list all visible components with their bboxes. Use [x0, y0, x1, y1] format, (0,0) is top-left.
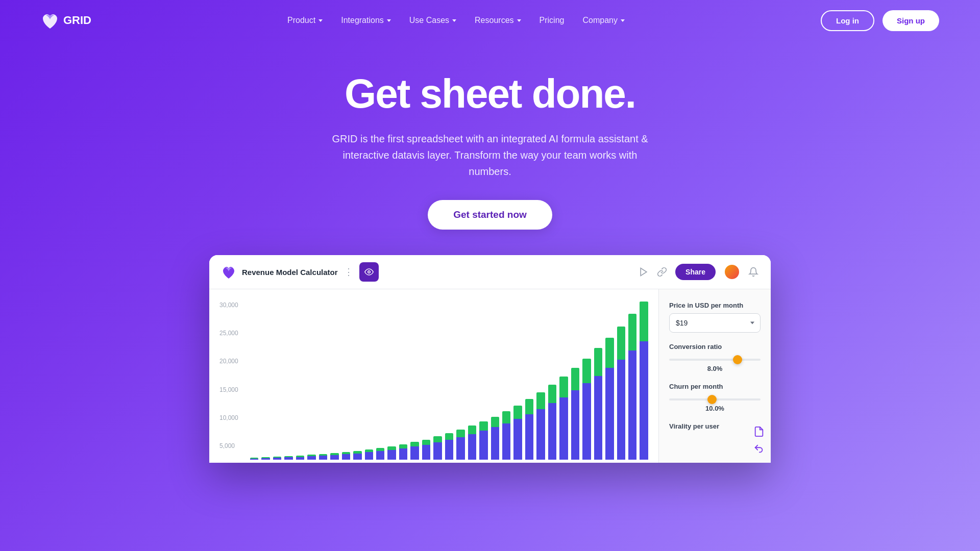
bar-group	[376, 302, 384, 460]
churn-section: Churn per month 10.0%	[669, 383, 761, 412]
nav-item-company[interactable]: Company	[582, 16, 624, 25]
bar-green	[513, 406, 522, 419]
chevron-down-icon	[318, 19, 323, 22]
bar-stack	[250, 458, 258, 460]
share-button[interactable]: Share	[675, 264, 716, 280]
nav-item-integrations[interactable]: Integrations	[341, 16, 391, 25]
bar-purple	[617, 360, 625, 460]
bar-green	[456, 430, 464, 437]
conversion-label: Conversion ratio	[669, 343, 761, 350]
churn-slider-track[interactable]	[669, 398, 761, 400]
bar-purple	[536, 409, 545, 460]
play-button[interactable]	[639, 267, 649, 277]
bar-group	[640, 302, 648, 460]
bar-green	[582, 359, 591, 384]
nav-item-pricing[interactable]: Pricing	[540, 16, 565, 25]
bar-purple	[513, 419, 522, 460]
bar-purple	[376, 451, 384, 460]
bar-group	[617, 302, 625, 460]
bar-stack	[491, 417, 499, 460]
navbar: GRID Product Integrations Use Cases Reso…	[0, 0, 980, 41]
bar-stack	[365, 449, 373, 460]
eye-button[interactable]	[359, 262, 379, 282]
bar-purple	[445, 440, 453, 460]
bar-group	[284, 302, 292, 460]
bar-purple	[559, 397, 568, 460]
bar-purple	[479, 431, 487, 460]
bar-green	[571, 368, 579, 390]
bar-stack	[548, 385, 556, 460]
bar-group	[319, 302, 327, 460]
bar-stack	[433, 436, 442, 460]
more-options-icon[interactable]: ⋮	[344, 266, 353, 278]
nav-item-resources[interactable]: Resources	[475, 16, 521, 25]
bar-group	[559, 302, 568, 460]
bar-green	[559, 377, 568, 397]
bar-group	[296, 302, 304, 460]
bar-group	[445, 302, 453, 460]
link-icon	[657, 267, 667, 277]
chevron-down-icon	[452, 19, 456, 22]
bar-stack	[261, 457, 270, 460]
conversion-slider-track[interactable]	[669, 359, 761, 361]
bar-purple	[410, 446, 419, 460]
bar-purple	[342, 454, 350, 460]
bar-green	[536, 392, 545, 409]
nav-item-product[interactable]: Product	[287, 16, 323, 25]
bar-group	[468, 302, 476, 460]
bar-green	[491, 417, 499, 428]
price-section: Price in USD per month $19 $29 $49 $99	[669, 302, 761, 333]
signup-button[interactable]: Sign up	[883, 10, 939, 31]
app-preview: Revenue Model Calculator ⋮	[209, 255, 771, 463]
nav-link-company[interactable]: Company	[582, 16, 624, 25]
y-axis-label: 20,000	[219, 358, 238, 365]
bar-stack	[456, 430, 464, 460]
nav-link-integrations[interactable]: Integrations	[341, 16, 391, 25]
bar-purple	[433, 442, 442, 460]
nav-link-pricing[interactable]: Pricing	[540, 16, 565, 25]
panel-bottom-icons	[753, 426, 765, 455]
bar-green	[433, 436, 442, 442]
hero-headline: Get sheet done.	[10, 71, 970, 116]
bar-stack	[307, 455, 315, 460]
bell-button[interactable]	[748, 267, 758, 277]
bar-stack	[319, 454, 327, 460]
link-button[interactable]	[657, 267, 667, 277]
chevron-down-icon	[517, 19, 521, 22]
bar-group	[491, 302, 499, 460]
avatar-group	[724, 264, 740, 280]
bar-purple	[296, 457, 304, 460]
undo-icon	[753, 443, 765, 455]
cta-button[interactable]: Get started now	[428, 200, 552, 230]
bar-purple	[571, 390, 579, 460]
y-axis-label: 15,000	[219, 386, 238, 393]
price-select-wrapper[interactable]: $19 $29 $49 $99	[669, 313, 761, 333]
price-select[interactable]: $19 $29 $49 $99	[669, 313, 761, 333]
bar-purple	[491, 427, 499, 460]
app-logo-icon	[222, 265, 236, 279]
chart-y-labels: 30,00025,00020,00015,00010,0005,000	[219, 302, 238, 449]
bar-purple	[525, 414, 533, 460]
bar-purple	[582, 383, 591, 460]
price-label: Price in USD per month	[669, 302, 761, 309]
chart-area: 30,00025,00020,00015,00010,0005,000	[209, 289, 658, 463]
bar-group	[594, 302, 602, 460]
nav-item-use-cases[interactable]: Use Cases	[409, 16, 456, 25]
nav-link-resources[interactable]: Resources	[475, 16, 521, 25]
nav-links: Product Integrations Use Cases Resources	[287, 16, 625, 25]
conversion-section: Conversion ratio 8.0%	[669, 343, 761, 372]
bar-stack	[422, 439, 430, 460]
nav-link-product[interactable]: Product	[287, 16, 323, 25]
undo-button[interactable]	[753, 443, 765, 455]
brand-logo[interactable]: GRID	[41, 11, 91, 30]
nav-link-use-cases[interactable]: Use Cases	[409, 16, 456, 25]
churn-slider-thumb[interactable]	[707, 395, 717, 404]
conversion-slider-thumb[interactable]	[733, 355, 742, 364]
login-button[interactable]: Log in	[821, 10, 874, 31]
bar-group	[571, 302, 579, 460]
bar-stack	[342, 452, 350, 460]
app-header: Revenue Model Calculator ⋮	[209, 255, 771, 289]
bar-purple	[548, 403, 556, 460]
document-button[interactable]	[753, 426, 765, 437]
bar-purple	[319, 456, 327, 460]
